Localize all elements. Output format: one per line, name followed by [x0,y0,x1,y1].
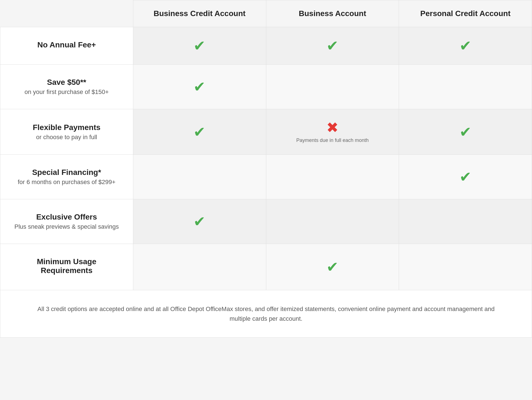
check-icon: ✔ [326,259,339,275]
cell-save-50-col2: ✔ [133,65,266,109]
cross-icon: ✖ [326,119,339,136]
cell-minimum-usage-col4 [399,244,532,290]
feature-label-save-50: Save $50**on your first purchase of $150… [0,65,133,109]
feature-label-flexible-payments: Flexible Paymentsor choose to pay in ful… [0,109,133,155]
header-row: Business Credit Account Business Account… [0,0,532,27]
check-icon: ✔ [459,169,472,185]
check-icon: ✔ [193,124,206,140]
check-icon: ✔ [193,79,206,95]
cell-special-financing-col4: ✔ [399,155,532,199]
row-no-annual-fee: No Annual Fee+✔✔✔ [0,27,532,65]
cell-exclusive-offers-col3 [266,199,399,244]
feature-title: Flexible Payments [11,123,122,132]
feature-label-no-annual-fee: No Annual Fee+ [0,27,133,65]
cell-flexible-payments-col4: ✔ [399,109,532,155]
header-personal-credit: Personal Credit Account [399,0,532,27]
feature-label-special-financing: Special Financing*for 6 months on purcha… [0,155,133,199]
row-exclusive-offers: Exclusive OffersPlus sneak previews & sp… [0,199,532,244]
cell-exclusive-offers-col2: ✔ [133,199,266,244]
row-special-financing: Special Financing*for 6 months on purcha… [0,155,532,199]
feature-title: Exclusive Offers [11,213,122,221]
cell-exclusive-offers-col4 [399,199,532,244]
cell-flexible-payments-col3: ✖Payments due in full each month [266,109,399,155]
feature-subtitle: Plus sneak previews & special savings [11,223,122,230]
feature-title: No Annual Fee+ [11,40,122,49]
feature-title: Minimum Usage Requirements [11,257,122,275]
cell-no-annual-fee-col4: ✔ [399,27,532,65]
feature-label-exclusive-offers: Exclusive OffersPlus sneak previews & sp… [0,199,133,244]
cell-minimum-usage-col3: ✔ [266,244,399,290]
footer-note: All 3 credit options are accepted online… [0,290,532,338]
cell-no-annual-fee-col2: ✔ [133,27,266,65]
feature-subtitle: on your first purchase of $150+ [11,88,122,96]
feature-title: Save $50** [11,78,122,87]
feature-label-minimum-usage: Minimum Usage Requirements [0,244,133,290]
feature-title: Special Financing* [11,168,122,177]
cell-special-financing-col2 [133,155,266,199]
cell-minimum-usage-col2 [133,244,266,290]
cell-no-annual-fee-col3: ✔ [266,27,399,65]
header-business-credit: Business Credit Account [133,0,266,27]
row-flexible-payments: Flexible Paymentsor choose to pay in ful… [0,109,532,155]
check-icon: ✔ [193,38,206,54]
check-icon: ✔ [193,213,206,230]
feature-subtitle: for 6 months on purchases of $299+ [11,179,122,186]
cell-save-50-col3 [266,65,399,109]
payments-note: Payments due in full each month [272,137,393,143]
row-minimum-usage: Minimum Usage Requirements✔ [0,244,532,290]
check-icon: ✔ [326,38,339,54]
header-business-account: Business Account [266,0,399,27]
footer-row: All 3 credit options are accepted online… [0,290,532,338]
row-save-50: Save $50**on your first purchase of $150… [0,65,532,109]
header-empty-col [0,0,133,27]
check-icon: ✔ [459,38,472,54]
cell-save-50-col4 [399,65,532,109]
cell-flexible-payments-col2: ✔ [133,109,266,155]
feature-subtitle: or choose to pay in full [11,134,122,141]
check-icon: ✔ [459,124,472,140]
comparison-table: Business Credit Account Business Account… [0,0,532,338]
cell-special-financing-col3 [266,155,399,199]
